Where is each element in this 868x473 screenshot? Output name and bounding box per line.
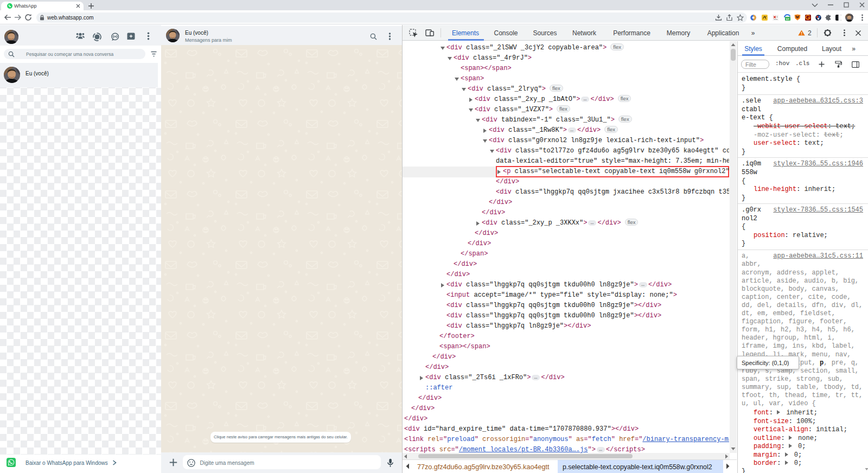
svg-text:EK: EK — [786, 17, 790, 21]
